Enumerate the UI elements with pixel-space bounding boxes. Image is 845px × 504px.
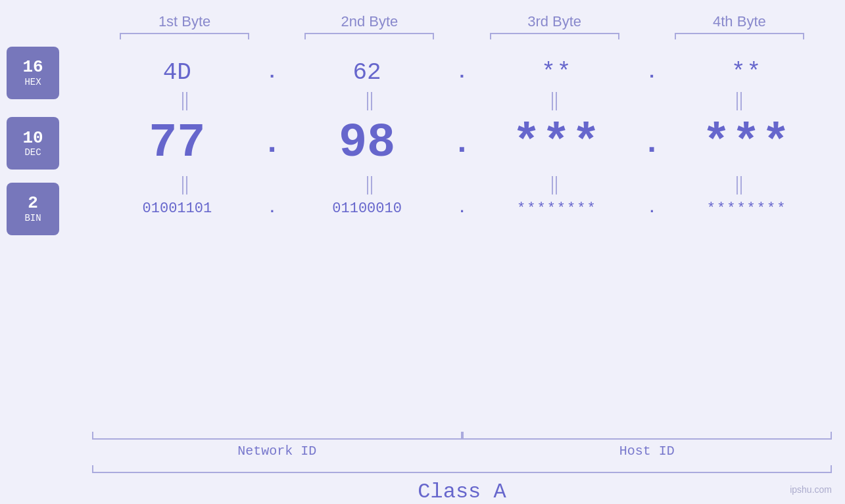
pl-3a bbox=[552, 92, 553, 110]
hex-values: 4D . 62 . ** . ** bbox=[92, 59, 832, 86]
par2-lines-2 bbox=[367, 175, 372, 195]
dec-badge: 10 DEC bbox=[7, 117, 59, 170]
par2-lines-3 bbox=[552, 175, 557, 195]
par-lines-1 bbox=[182, 91, 187, 111]
byte-headers: 1st Byte 2nd Byte 3rd Byte 4th Byte bbox=[0, 13, 845, 39]
byte-label-4: 4th Byte bbox=[647, 13, 832, 30]
par-lines-2 bbox=[367, 91, 372, 111]
dec-val-2: 98 bbox=[282, 116, 452, 170]
dec-dot-2: . bbox=[452, 126, 472, 161]
bin-val-1: 01001101 bbox=[92, 200, 262, 217]
host-id-label: Host ID bbox=[462, 444, 833, 459]
par-lines-3 bbox=[552, 91, 557, 111]
pl2-2a bbox=[367, 176, 368, 195]
hex-dot-3: . bbox=[642, 62, 662, 83]
dec-row: 10 DEC 77 . 98 . *** . *** bbox=[92, 116, 832, 170]
hex-badge: 16 HEX bbox=[7, 47, 59, 99]
sep2-col-4 bbox=[647, 175, 832, 195]
bin-dot-1: . bbox=[262, 200, 282, 217]
main-container: 1st Byte 2nd Byte 3rd Byte 4th Byte 16 H… bbox=[0, 0, 845, 504]
dec-dot-3: . bbox=[642, 126, 662, 161]
bin-row: 2 BIN 01001101 . 01100010 . ******** . *… bbox=[92, 200, 832, 217]
network-id-label: Network ID bbox=[92, 444, 462, 459]
byte-label-2: 2nd Byte bbox=[277, 13, 462, 30]
class-label: Class A bbox=[92, 480, 832, 504]
byte-col-3: 3rd Byte bbox=[462, 13, 647, 39]
byte-col-2: 2nd Byte bbox=[277, 13, 462, 39]
dec-badge-number: 10 bbox=[22, 129, 43, 148]
sep-col-1 bbox=[92, 91, 277, 111]
dec-val-4: *** bbox=[662, 116, 832, 170]
id-labels: Network ID Host ID bbox=[92, 444, 832, 459]
sep2-col-3 bbox=[462, 175, 647, 195]
pl-4b bbox=[740, 92, 742, 110]
bracket-top-2 bbox=[304, 33, 434, 39]
bin-val-3: ******** bbox=[472, 200, 642, 217]
bottom-section: Network ID Host ID bbox=[0, 432, 845, 459]
byte-col-4: 4th Byte bbox=[647, 13, 832, 39]
network-bracket bbox=[92, 432, 462, 440]
pl2-4b bbox=[740, 176, 742, 195]
hex-val-3: ** bbox=[472, 59, 642, 86]
pl2-4a bbox=[736, 176, 738, 195]
hex-val-2: 62 bbox=[282, 59, 452, 86]
pl-3b bbox=[556, 92, 557, 110]
host-bracket bbox=[462, 432, 833, 440]
bin-dot-3: . bbox=[642, 200, 662, 217]
dec-val-3: *** bbox=[472, 116, 642, 170]
hex-dot-2: . bbox=[452, 62, 472, 83]
bin-badge-number: 2 bbox=[28, 194, 38, 213]
pl2-3b bbox=[556, 176, 557, 195]
bin-badge: 2 BIN bbox=[7, 183, 59, 235]
pl-1a bbox=[182, 92, 183, 110]
pl2-2b bbox=[371, 176, 372, 195]
bracket-top-1 bbox=[120, 33, 249, 39]
main-content: 16 HEX 4D . 62 . ** . ** bbox=[0, 46, 845, 428]
bin-dot-2: . bbox=[452, 200, 472, 217]
hex-badge-number: 16 bbox=[22, 58, 43, 77]
bin-val-2: 01100010 bbox=[282, 200, 452, 217]
bracket-top-4 bbox=[675, 33, 804, 39]
pl-4a bbox=[736, 92, 738, 110]
dec-val-1: 77 bbox=[92, 116, 262, 170]
sep-col-4 bbox=[647, 91, 832, 111]
sep-col-2 bbox=[277, 91, 462, 111]
bin-badge-base: BIN bbox=[24, 213, 41, 223]
pl-2b bbox=[371, 92, 372, 110]
par2-lines-4 bbox=[736, 175, 742, 195]
byte-label-3: 3rd Byte bbox=[462, 13, 647, 30]
bin-val-4: ******** bbox=[662, 200, 832, 217]
par2-lines-1 bbox=[182, 175, 187, 195]
overall-section: Class A bbox=[0, 465, 845, 504]
sep2-col-2 bbox=[277, 175, 462, 195]
bin-values: 01001101 . 01100010 . ******** . *******… bbox=[92, 200, 832, 217]
overall-bracket bbox=[92, 465, 832, 473]
par-lines-4 bbox=[736, 91, 742, 111]
hex-val-4: ** bbox=[662, 59, 832, 86]
sep-col-3 bbox=[462, 91, 647, 111]
bracket-top-3 bbox=[490, 33, 619, 39]
dec-values: 77 . 98 . *** . *** bbox=[92, 116, 832, 170]
hex-row: 16 HEX 4D . 62 . ** . ** bbox=[92, 59, 832, 86]
brand-label: ipshu.com bbox=[790, 484, 832, 495]
bracket-bottom-row bbox=[92, 432, 832, 440]
pl2-1b bbox=[186, 176, 187, 195]
separator-hex-dec bbox=[92, 91, 832, 111]
hex-dot-1: . bbox=[262, 62, 282, 83]
pl2-1a bbox=[182, 176, 183, 195]
pl-2a bbox=[367, 92, 368, 110]
hex-val-1: 4D bbox=[92, 59, 262, 86]
pl-1b bbox=[186, 92, 187, 110]
dec-badge-base: DEC bbox=[24, 147, 41, 158]
byte-label-1: 1st Byte bbox=[92, 13, 277, 30]
hex-badge-base: HEX bbox=[24, 77, 41, 87]
byte-col-1: 1st Byte bbox=[92, 13, 277, 39]
separator-dec-bin bbox=[92, 175, 832, 195]
sep2-col-1 bbox=[92, 175, 277, 195]
pl2-3a bbox=[552, 176, 553, 195]
dec-dot-1: . bbox=[262, 126, 282, 161]
